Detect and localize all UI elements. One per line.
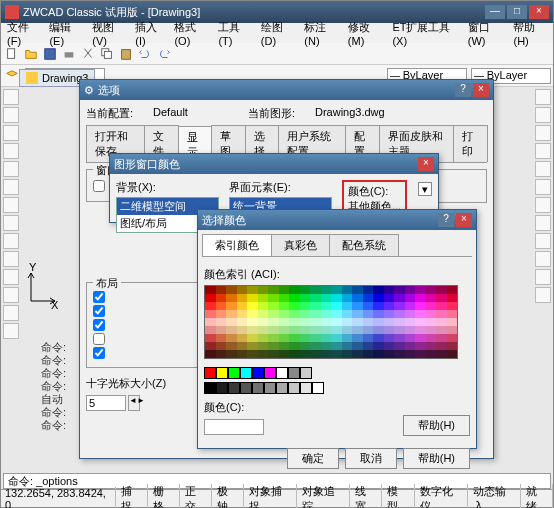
- palette-swatch[interactable]: [279, 302, 290, 310]
- palette-swatch[interactable]: [373, 334, 384, 342]
- palette-swatch[interactable]: [447, 318, 458, 326]
- palette-swatch[interactable]: [394, 318, 405, 326]
- explode-tool[interactable]: [535, 287, 551, 303]
- palette-swatch[interactable]: [447, 342, 458, 350]
- select-color-titlebar[interactable]: 选择颜色 ? ×: [198, 210, 476, 230]
- palette-swatch[interactable]: [237, 326, 248, 334]
- palette-swatch[interactable]: [342, 302, 353, 310]
- palette-swatch[interactable]: [321, 334, 332, 342]
- palette-swatch[interactable]: [289, 302, 300, 310]
- palette-swatch[interactable]: [258, 326, 269, 334]
- undo-icon[interactable]: [136, 45, 154, 63]
- gray-swatch[interactable]: [264, 382, 276, 394]
- menu-draw[interactable]: 绘图(D): [257, 18, 299, 49]
- palette-swatch[interactable]: [447, 350, 458, 358]
- gray-swatch[interactable]: [252, 382, 264, 394]
- palette-swatch[interactable]: [384, 294, 395, 302]
- gray-swatch[interactable]: [240, 382, 252, 394]
- sb-snap[interactable]: 捕捉: [116, 484, 148, 509]
- palette-swatch[interactable]: [205, 350, 216, 358]
- palette-swatch[interactable]: [247, 350, 258, 358]
- region-tool[interactable]: [3, 287, 19, 303]
- palette-swatch[interactable]: [268, 310, 279, 318]
- palette-swatch[interactable]: [373, 302, 384, 310]
- palette-swatch[interactable]: [415, 342, 426, 350]
- palette-swatch[interactable]: [300, 310, 311, 318]
- palette-swatch[interactable]: [342, 326, 353, 334]
- palette-swatch[interactable]: [394, 310, 405, 318]
- options-close-button[interactable]: ×: [473, 83, 489, 97]
- point-tool[interactable]: [3, 269, 19, 285]
- tab-index-color[interactable]: 索引颜色: [202, 234, 272, 256]
- copy2-tool[interactable]: [535, 107, 551, 123]
- menu-help[interactable]: 帮助(H): [509, 18, 551, 49]
- help-icon[interactable]: ?: [455, 83, 471, 97]
- palette-swatch[interactable]: [405, 342, 416, 350]
- swatch-cyan[interactable]: [240, 367, 252, 379]
- color-dropdown-button[interactable]: ▾: [418, 182, 432, 196]
- color-input[interactable]: [204, 419, 264, 435]
- cancel-button[interactable]: 取消: [345, 448, 397, 469]
- palette-swatch[interactable]: [289, 294, 300, 302]
- palette-swatch[interactable]: [415, 334, 426, 342]
- palette-swatch[interactable]: [415, 318, 426, 326]
- palette-swatch[interactable]: [279, 326, 290, 334]
- help-button-inline[interactable]: 帮助(H): [403, 415, 470, 436]
- palette-swatch[interactable]: [384, 350, 395, 358]
- polygon-tool[interactable]: [3, 197, 19, 213]
- palette-swatch[interactable]: [426, 334, 437, 342]
- palette-swatch[interactable]: [310, 350, 321, 358]
- palette-swatch[interactable]: [426, 286, 437, 294]
- line-tool[interactable]: [3, 89, 19, 105]
- palette-swatch[interactable]: [384, 326, 395, 334]
- palette-swatch[interactable]: [363, 350, 374, 358]
- palette-swatch[interactable]: [373, 326, 384, 334]
- palette-swatch[interactable]: [363, 294, 374, 302]
- palette-swatch[interactable]: [300, 318, 311, 326]
- palette-swatch[interactable]: [447, 302, 458, 310]
- tab-color-books[interactable]: 配色系统: [329, 234, 399, 256]
- palette-swatch[interactable]: [363, 310, 374, 318]
- array-tool[interactable]: [535, 233, 551, 249]
- palette-swatch[interactable]: [394, 302, 405, 310]
- palette-swatch[interactable]: [321, 350, 332, 358]
- palette-swatch[interactable]: [258, 342, 269, 350]
- gray-swatch[interactable]: [288, 382, 300, 394]
- swatch-white[interactable]: [276, 367, 288, 379]
- options-titlebar[interactable]: ⚙ 选项 ? ×: [80, 80, 493, 100]
- palette-swatch[interactable]: [279, 342, 290, 350]
- sb-otrack[interactable]: 对象追踪: [297, 484, 350, 509]
- palette-swatch[interactable]: [226, 310, 237, 318]
- palette-swatch[interactable]: [247, 318, 258, 326]
- palette-swatch[interactable]: [237, 286, 248, 294]
- spline-tool[interactable]: [3, 215, 19, 231]
- palette-swatch[interactable]: [258, 302, 269, 310]
- gray-swatch[interactable]: [312, 382, 324, 394]
- palette-swatch[interactable]: [363, 318, 374, 326]
- fillet-tool[interactable]: [535, 215, 551, 231]
- palette-swatch[interactable]: [331, 310, 342, 318]
- palette-swatch[interactable]: [237, 294, 248, 302]
- gray-swatch[interactable]: [300, 382, 312, 394]
- select-color-close[interactable]: ×: [456, 213, 472, 227]
- ellipse-tool[interactable]: [3, 179, 19, 195]
- gray-swatch[interactable]: [216, 382, 228, 394]
- trim-tool[interactable]: [535, 179, 551, 195]
- palette-swatch[interactable]: [216, 294, 227, 302]
- palette-swatch[interactable]: [363, 302, 374, 310]
- sb-dyn[interactable]: 动态输入: [468, 484, 521, 509]
- palette-swatch[interactable]: [363, 334, 374, 342]
- chk-4[interactable]: [93, 319, 105, 331]
- palette-swatch[interactable]: [352, 350, 363, 358]
- text-tool[interactable]: [3, 251, 19, 267]
- swatch-yellow[interactable]: [216, 367, 228, 379]
- color-palette[interactable]: [204, 285, 458, 359]
- hatch-tool[interactable]: [3, 233, 19, 249]
- palette-swatch[interactable]: [352, 310, 363, 318]
- palette-swatch[interactable]: [258, 294, 269, 302]
- menu-format[interactable]: 格式(O): [170, 18, 212, 49]
- extend-tool[interactable]: [535, 197, 551, 213]
- palette-swatch[interactable]: [289, 318, 300, 326]
- palette-swatch[interactable]: [352, 334, 363, 342]
- palette-swatch[interactable]: [321, 294, 332, 302]
